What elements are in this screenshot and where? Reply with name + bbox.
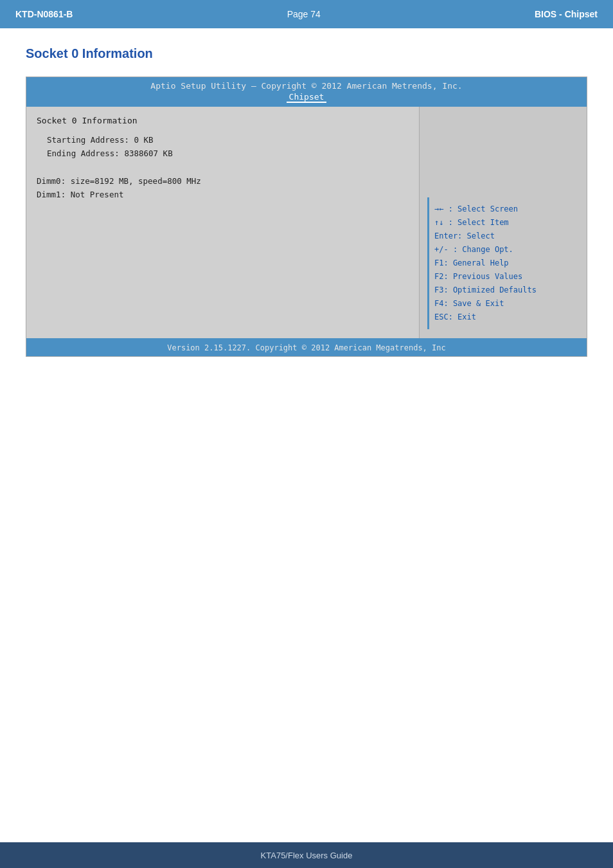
bios-right-panel: →← : Select Screen ↑↓ : Select Item Ente… xyxy=(420,107,587,338)
help-enter: Enter: Select xyxy=(434,230,574,243)
header-left: KTD-N0861-B xyxy=(15,9,73,19)
help-f2: F2: Previous Values xyxy=(434,270,574,284)
header-right: BIOS - Chipset xyxy=(535,9,598,19)
section-title: Socket 0 Information xyxy=(26,46,587,61)
bios-chipset-tab: Chipset xyxy=(287,92,327,103)
bios-screen: Aptio Setup Utility – Copyright © 2012 A… xyxy=(26,77,587,357)
bios-info-starting: Starting Address: 0 KB xyxy=(37,133,409,147)
page-content: Socket 0 Information Aptio Setup Utility… xyxy=(0,28,613,383)
bios-panel-title: Socket 0 Information xyxy=(37,116,409,125)
bios-help-box: →← : Select Screen ↑↓ : Select Item Ente… xyxy=(427,197,579,329)
bios-topbar: Aptio Setup Utility – Copyright © 2012 A… xyxy=(26,77,587,107)
help-f1: F1: General Help xyxy=(434,257,574,270)
help-select-item: ↑↓ : Select Item xyxy=(434,216,574,230)
bios-utility-title: Aptio Setup Utility – Copyright © 2012 A… xyxy=(34,81,579,91)
footer-text: KTA75/Flex Users Guide xyxy=(261,851,353,860)
bios-version: Version 2.15.1227. Copyright © 2012 Amer… xyxy=(167,343,445,352)
bios-bottombar: Version 2.15.1227. Copyright © 2012 Amer… xyxy=(26,338,587,356)
bios-left-panel: Socket 0 Information Starting Address: 0… xyxy=(26,107,420,338)
help-f4: F4: Save & Exit xyxy=(434,297,574,311)
help-f3: F3: Optimized Defaults xyxy=(434,284,574,297)
help-select-screen: →← : Select Screen xyxy=(434,203,574,216)
top-header: KTD-N0861-B Page 74 BIOS - Chipset xyxy=(0,0,613,28)
bios-info-blank xyxy=(37,161,409,174)
bios-main: Socket 0 Information Starting Address: 0… xyxy=(26,107,587,338)
header-center: Page 74 xyxy=(287,9,321,19)
page-footer: KTA75/Flex Users Guide xyxy=(0,842,613,868)
bios-info-dimm0: Dimm0: size=8192 MB, speed=800 MHz xyxy=(37,174,409,188)
bios-info-ending: Ending Address: 8388607 KB xyxy=(37,147,409,160)
help-esc: ESC: Exit xyxy=(434,311,574,324)
help-change-opt: +/- : Change Opt. xyxy=(434,243,574,257)
bios-info-dimm1: Dimm1: Not Present xyxy=(37,188,409,201)
